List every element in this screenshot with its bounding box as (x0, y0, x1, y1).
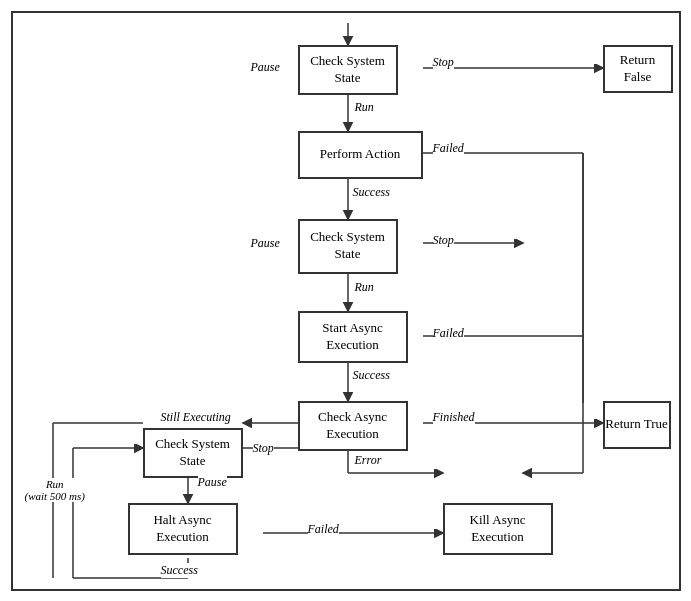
label-pause2: Pause (251, 236, 280, 251)
box-check-async: Check Async Execution (298, 401, 408, 451)
arrows-svg (13, 13, 679, 589)
label-run2: Run (355, 280, 374, 295)
label-stop3: Stop (253, 441, 274, 456)
label-run3: Run(wait 500 ms) (25, 478, 86, 502)
box-return-false: Return False (603, 45, 673, 93)
label-run1: Run (355, 100, 374, 115)
label-pause1: Pause (251, 60, 280, 75)
diagram-container: Check System State Return False Perform … (11, 11, 681, 591)
label-failed3: Failed (308, 522, 339, 537)
box-halt-async: Halt Async Execution (128, 503, 238, 555)
box-check-system-1: Check System State (298, 45, 398, 95)
label-success3: Success (161, 563, 198, 578)
box-check-system-3: Check System State (143, 428, 243, 478)
label-still-executing: Still Executing (161, 410, 231, 425)
box-perform-action: Perform Action (298, 131, 423, 179)
box-start-async: Start Async Execution (298, 311, 408, 363)
box-kill-async: Kill Async Execution (443, 503, 553, 555)
label-finished: Finished (433, 410, 475, 425)
label-stop1: Stop (433, 55, 454, 70)
label-error: Error (355, 453, 382, 468)
label-failed2: Failed (433, 326, 464, 341)
box-check-system-2: Check System State (298, 219, 398, 274)
box-return-true: Return True (603, 401, 671, 449)
label-failed1: Failed (433, 141, 464, 156)
label-success1: Success (353, 185, 390, 200)
label-stop2: Stop (433, 233, 454, 248)
label-success2: Success (353, 368, 390, 383)
label-pause3: Pause (198, 475, 227, 490)
